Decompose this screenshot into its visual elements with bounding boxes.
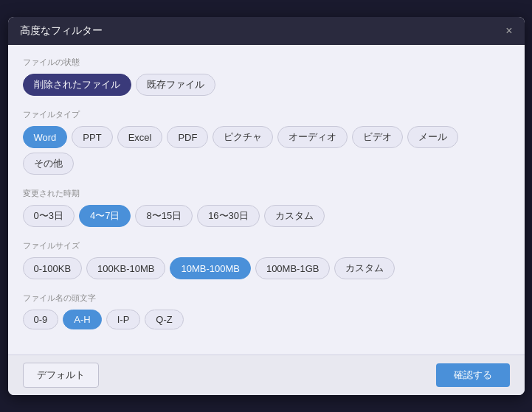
dialog-body: ファイルの状態 削除されたファイル既存ファイル ファイルタイプ WordPPTE… — [8, 45, 525, 355]
dialog-footer: デフォルト 確認する — [8, 355, 525, 395]
chip-削除されたファイル[interactable]: 削除されたファイル — [23, 74, 131, 96]
file-type-section: ファイルタイプ WordPPTExcelPDFピクチャオーディオビデオメールその… — [23, 109, 510, 175]
file-size-section: ファイルサイズ 0-100KB100KB-10MB10MB-100MB100MB… — [23, 240, 510, 279]
chip-I-P[interactable]: I-P — [106, 310, 141, 329]
chip-その他[interactable]: その他 — [23, 153, 74, 175]
chip-Excel[interactable]: Excel — [117, 126, 163, 148]
modified-date-section: 変更された時期 0〜3日4〜7日8〜15日16〜30日カスタム — [23, 188, 510, 227]
default-button[interactable]: デフォルト — [23, 363, 99, 388]
chip-Q-Z[interactable]: Q-Z — [145, 310, 183, 329]
chip-PPT[interactable]: PPT — [72, 126, 112, 148]
chip-4〜7日[interactable]: 4〜7日 — [79, 205, 131, 227]
chip-8〜15日[interactable]: 8〜15日 — [135, 205, 193, 227]
dialog-title: 高度なフィルター — [20, 24, 103, 38]
chip-10MB-100MB[interactable]: 10MB-100MB — [170, 257, 250, 279]
chip-100KB-10MB[interactable]: 100KB-10MB — [86, 257, 165, 279]
file-status-section: ファイルの状態 削除されたファイル既存ファイル — [23, 57, 510, 96]
modified-date-chips: 0〜3日4〜7日8〜15日16〜30日カスタム — [23, 205, 510, 227]
first-letter-section: ファイル名の頭文字 0-9A-HI-PQ-Z — [23, 293, 510, 329]
chip-ビデオ[interactable]: ビデオ — [352, 126, 403, 148]
file-type-label: ファイルタイプ — [23, 109, 510, 120]
chip-16〜30日[interactable]: 16〜30日 — [197, 205, 260, 227]
chip-PDF[interactable]: PDF — [167, 126, 208, 148]
file-size-label: ファイルサイズ — [23, 240, 510, 251]
confirm-button[interactable]: 確認する — [436, 363, 510, 387]
chip-カスタム[interactable]: カスタム — [334, 257, 395, 279]
close-button[interactable]: × — [505, 25, 512, 37]
chip-0-100KB[interactable]: 0-100KB — [23, 257, 83, 279]
chip-カスタム[interactable]: カスタム — [264, 205, 325, 227]
file-type-chips: WordPPTExcelPDFピクチャオーディオビデオメールその他 — [23, 126, 510, 175]
file-status-chips: 削除されたファイル既存ファイル — [23, 74, 510, 96]
dialog-header: 高度なフィルター × — [8, 17, 525, 45]
chip-0〜3日[interactable]: 0〜3日 — [23, 205, 75, 227]
advanced-filter-dialog: 高度なフィルター × ファイルの状態 削除されたファイル既存ファイル ファイルタ… — [8, 17, 525, 395]
modified-date-label: 変更された時期 — [23, 188, 510, 199]
file-size-chips: 0-100KB100KB-10MB10MB-100MB100MB-1GBカスタム — [23, 257, 510, 279]
chip-0-9[interactable]: 0-9 — [23, 310, 59, 329]
chip-既存ファイル[interactable]: 既存ファイル — [136, 74, 215, 96]
chip-Word[interactable]: Word — [23, 126, 68, 148]
first-letter-label: ファイル名の頭文字 — [23, 293, 510, 304]
chip-100MB-1GB[interactable]: 100MB-1GB — [255, 257, 331, 279]
file-status-label: ファイルの状態 — [23, 57, 510, 68]
chip-オーディオ[interactable]: オーディオ — [277, 126, 348, 148]
chip-A-H[interactable]: A-H — [63, 310, 101, 329]
chip-メール[interactable]: メール — [407, 126, 458, 148]
chip-ピクチャ[interactable]: ピクチャ — [213, 126, 273, 148]
first-letter-chips: 0-9A-HI-PQ-Z — [23, 310, 510, 329]
